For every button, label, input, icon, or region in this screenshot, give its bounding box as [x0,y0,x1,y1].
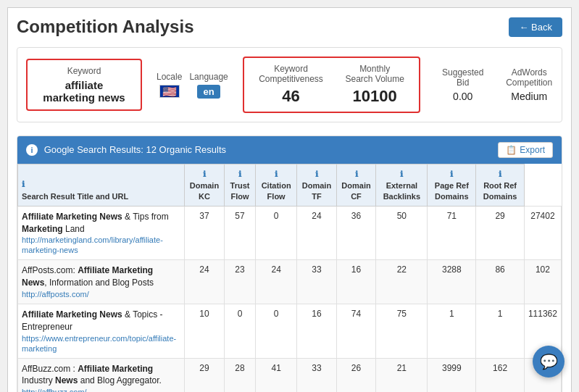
language-label: Language [189,72,228,82]
cell-root-ref-domains: 29 [476,206,525,260]
cell-external-backlinks: 21 [376,358,428,392]
cell-trust-flow: 0 [224,304,255,359]
cell-citation-flow: 24 [256,260,297,304]
suggested-bid-label: Suggested Bid [442,67,483,88]
monthly-search-metric: Monthly Search Volume 10100 [345,64,404,106]
adwords-competition-value: Medium [505,91,553,102]
results-section: i Google Search Results: 12 Organic Resu… [17,135,562,392]
cell-citation-flow: 41 [256,358,297,392]
page-title: Competition Analysis [17,17,193,37]
competitiveness-metric: Keyword Competitiveness 46 [259,64,324,106]
result-url-cell: AffBuzz.com : Affiliate Marketing Indust… [18,358,185,392]
monthly-search-label: Monthly Search Volume [345,64,404,84]
cell-page-ref-domains: 3999 [428,358,476,392]
result-link[interactable]: http://marketingland.com/library/affilia… [22,235,163,254]
cell-domain-cf: 74 [336,304,376,359]
suggested-bid-metric: Suggested Bid 0.00 [442,67,483,102]
col-header-url: ℹ Search Result Title and URL [18,164,185,207]
cell-external-backlinks: 22 [376,260,428,304]
locale-label: Locale [157,72,182,82]
result-link[interactable]: https://www.entrepreneur.com/topic/affil… [22,334,176,353]
cell-page-ref-domains: 1 [428,304,476,359]
cell-domain-kc: 10 [185,304,225,359]
cell-external-backlinks: 50 [376,206,428,260]
table-row: AffBuzz.com : Affiliate Marketing Indust… [18,358,562,392]
col-header-root-ref-domains: ℹRoot Ref Domains [476,164,525,207]
col-header-domain-tf: ℹDomain TF [297,164,336,207]
locale-language-section: Locale 🇺🇸 Language en [157,72,228,99]
chat-bubble[interactable]: 💬 [533,346,565,378]
results-table: ℹ Search Result Title and URL ℹDomain KC… [17,164,562,392]
metrics-section: Keyword Competitiveness 46 Monthly Searc… [243,57,420,113]
flag-icon: 🇺🇸 [159,85,180,98]
cell-extra: 102 [524,260,561,304]
result-link[interactable]: http://affbuzz.com/ [22,388,87,392]
keyword-section: Keyword affiliate marketing news [26,59,142,111]
cell-root-ref-domains: 1 [476,304,525,359]
cell-trust-flow: 23 [224,260,255,304]
table-row: Affiliate Marketing News & Tips from Mar… [18,206,562,260]
language-item: Language en [189,72,228,99]
cell-domain-tf: 16 [297,304,336,359]
cell-root-ref-domains: 162 [476,358,525,392]
col-header-domain-kc: ℹDomain KC [185,164,225,207]
cell-extra: 27402 [524,206,561,260]
result-url-cell: Affiliate Marketing News & Topics - Entr… [18,304,185,359]
keyword-value: affiliate marketing news [38,79,130,104]
monthly-search-value: 10100 [345,87,404,106]
result-title: AffBuzz.com : Affiliate Marketing Indust… [22,363,180,388]
adwords-competition-label: AdWords Competition [505,67,553,88]
results-header: i Google Search Results: 12 Organic Resu… [17,136,562,164]
result-link[interactable]: http://affposts.com/ [22,290,89,299]
cell-domain-kc: 29 [185,358,225,392]
cell-domain-cf: 16 [336,260,376,304]
result-url-cell: AffPosts.com: Affiliate Marketing News, … [18,260,185,304]
cell-domain-tf: 24 [297,206,336,260]
col-header-external-backlinks: ℹExternal Backlinks [376,164,428,207]
keyword-card: Keyword affiliate marketing news Locale … [17,47,562,122]
competitiveness-value: 46 [259,87,324,106]
col-header-domain-cf: ℹDomain CF [336,164,376,207]
competitiveness-label: Keyword Competitiveness [259,64,324,84]
language-badge: en [197,85,220,99]
cell-domain-cf: 26 [336,358,376,392]
table-row: Affiliate Marketing News & Topics - Entr… [18,304,562,359]
cell-citation-flow: 0 [256,206,297,260]
cell-page-ref-domains: 71 [428,206,476,260]
result-title: Affiliate Marketing News & Topics - Entr… [22,309,180,333]
export-icon: 📋 [506,145,517,155]
table-row: AffPosts.com: Affiliate Marketing News, … [18,260,562,304]
adwords-competition-metric: AdWords Competition Medium [505,67,553,102]
export-button[interactable]: 📋 Export [498,142,553,158]
page-header: Competition Analysis ← Back [17,17,562,37]
cell-external-backlinks: 75 [376,304,428,359]
cell-page-ref-domains: 3288 [428,260,476,304]
col-header-citation-flow: ℹCitation Flow [256,164,297,207]
extra-metrics: Suggested Bid 0.00 AdWords Competition M… [442,67,553,102]
cell-domain-cf: 36 [336,206,376,260]
cell-domain-kc: 24 [185,260,225,304]
col-header-trust-flow: ℹTrust Flow [224,164,255,207]
results-header-text: i Google Search Results: 12 Organic Resu… [26,144,226,156]
locale-item: Locale 🇺🇸 [157,72,182,98]
keyword-label: Keyword [38,66,130,76]
back-button[interactable]: ← Back [509,17,562,37]
cell-root-ref-domains: 86 [476,260,525,304]
result-title: AffPosts.com: Affiliate Marketing News, … [22,264,180,289]
cell-trust-flow: 28 [224,358,255,392]
result-title: Affiliate Marketing News & Tips from Mar… [22,211,180,235]
col-header-page-ref-domains: ℹPage Ref Domains [428,164,476,207]
result-url-cell: Affiliate Marketing News & Tips from Mar… [18,206,185,260]
cell-domain-kc: 37 [185,206,225,260]
cell-trust-flow: 57 [224,206,255,260]
suggested-bid-value: 0.00 [442,91,483,102]
cell-domain-tf: 33 [297,260,336,304]
cell-domain-tf: 33 [297,358,336,392]
info-icon: i [26,144,38,156]
cell-citation-flow: 0 [256,304,297,359]
